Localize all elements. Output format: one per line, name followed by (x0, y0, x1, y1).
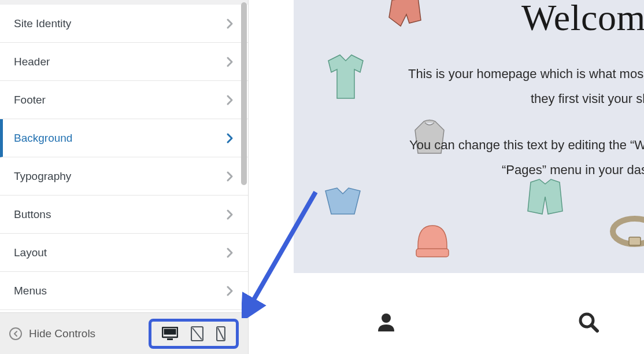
sidebar-item-background[interactable]: Background (0, 119, 248, 157)
sidebar-top-gap (0, 0, 248, 5)
user-icon (375, 311, 398, 334)
tshirt-illustration-icon (317, 49, 375, 107)
shirt-illustration-icon (323, 185, 363, 220)
sidebar-items: Site Identity Header Footer Background T (0, 5, 248, 310)
sidebar-item-label: Footer (14, 94, 46, 106)
scrollbar-thumb[interactable] (241, 2, 247, 185)
search-icon (577, 311, 600, 334)
mobile-icon (216, 326, 225, 341)
sidebar-item-buttons[interactable]: Buttons (0, 196, 248, 234)
svg-rect-5 (416, 249, 449, 257)
chevron-right-icon (226, 18, 234, 30)
hero-text-line-3: You can change this text by editing the … (409, 138, 644, 153)
chevron-right-icon (226, 94, 234, 106)
chevron-right-icon (226, 285, 234, 297)
hero-text-line-4: “Pages” menu in your dash (502, 163, 644, 178)
sidebar-item-label: Background (14, 132, 72, 145)
sidebar-item-label: Menus (14, 285, 47, 297)
collapse-left-icon (9, 327, 22, 340)
shorts-illustration-icon (386, 0, 427, 35)
sidebar-item-typography[interactable]: Typography (0, 157, 248, 196)
sidebar-item-footer[interactable]: Footer (0, 81, 248, 119)
svg-point-8 (382, 314, 391, 323)
jacket-illustration-icon (519, 174, 571, 220)
sidebar-footer: Hide Controls (0, 312, 248, 354)
sidebar-item-label: Header (14, 56, 50, 68)
sidebar-item-label: Buttons (14, 208, 51, 221)
device-desktop-button[interactable] (162, 326, 178, 341)
search-button[interactable] (577, 311, 600, 334)
sidebar-item-menus[interactable]: Menus (0, 272, 248, 310)
beanie-illustration-icon (409, 217, 456, 263)
preview-pane: Welcom This is your homepage which is wh… (266, 0, 644, 354)
chevron-right-icon (226, 209, 234, 220)
hide-controls-button[interactable]: Hide Controls (9, 327, 95, 340)
svg-rect-1 (164, 329, 176, 334)
sidebar-item-label: Site Identity (14, 17, 71, 30)
device-preview-buttons (149, 319, 239, 349)
customizer-sidebar: Site Identity Header Footer Background T (0, 0, 249, 354)
svg-line-10 (591, 325, 597, 331)
sidebar-item-layout[interactable]: Layout (0, 234, 248, 272)
desktop-icon (162, 327, 178, 341)
sidebar-item-site-identity[interactable]: Site Identity (0, 5, 248, 43)
tablet-icon (191, 326, 203, 341)
chevron-right-icon (226, 56, 234, 68)
chevron-right-icon (226, 132, 234, 144)
sidebar-scrollbar[interactable] (240, 0, 248, 191)
hero-text-line-1: This is your homepage which is what mos (408, 67, 643, 82)
sidebar-item-label: Layout (14, 246, 47, 259)
hero-title: Welcom (521, 0, 644, 39)
sidebar-item-label: Typography (14, 170, 71, 183)
chevron-right-icon (226, 247, 234, 259)
svg-rect-2 (167, 338, 173, 340)
device-tablet-button[interactable] (191, 326, 203, 341)
sidebar-item-header[interactable]: Header (0, 43, 248, 81)
preview-bottom-bar (294, 290, 644, 354)
hide-controls-label: Hide Controls (29, 327, 95, 340)
belt-illustration-icon (609, 211, 644, 252)
account-button[interactable] (375, 311, 398, 334)
hero-text-line-2: they first visit your sh (531, 91, 644, 106)
hero-section: Welcom This is your homepage which is wh… (294, 0, 644, 273)
svg-rect-7 (629, 237, 641, 245)
chevron-right-icon (226, 171, 234, 182)
device-mobile-button[interactable] (216, 326, 225, 341)
